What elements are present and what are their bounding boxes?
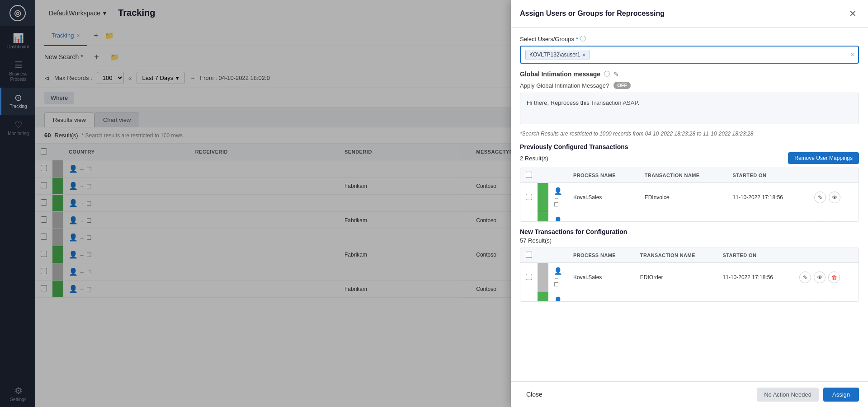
prev-row-process: Kovai.Sales — [568, 183, 639, 212]
prev-table-row: 👤 → ☐ Kovai.Sales EDIOrder 11-10-2022 17… — [520, 212, 859, 222]
prev-row-user: 👤 → ☐ — [548, 183, 568, 212]
new-row-actions: ✎ 👁 🗑 — [794, 292, 859, 302]
edit-icon[interactable]: ✎ — [799, 301, 811, 302]
new-results-count-row: 57 Result(s) — [520, 237, 859, 244]
assign-button[interactable]: Assign — [823, 388, 859, 402]
prev-count: 2 Result(s) — [520, 155, 548, 162]
modal-header: Assign Users or Groups for Reprocessing … — [511, 0, 868, 28]
new-col-actions — [794, 248, 859, 263]
prev-row-actions: ✎ 👁 — [809, 212, 859, 222]
prev-row-process: Kovai.Sales — [568, 212, 639, 222]
footer-right-actions: No Action Needed Assign — [757, 388, 859, 402]
new-row-process: Kovai.Sales — [568, 263, 635, 292]
view-icon[interactable]: 👁 — [829, 192, 840, 203]
prev-col-process: PROCESS NAME — [568, 168, 639, 183]
prev-col-indicator — [538, 168, 548, 183]
new-col-indicator — [538, 248, 548, 263]
prev-row-transaction: EDIOrder — [639, 212, 727, 222]
view-icon[interactable]: 👁 — [814, 271, 826, 283]
prev-row-checkbox[interactable] — [526, 194, 532, 200]
prev-section-title: Previously Configured Transactions — [520, 143, 859, 150]
new-transactions-section: New Transactions for Configuration 57 Re… — [520, 228, 859, 302]
new-row-user: 👤 → ☐ — [548, 292, 568, 302]
apply-label: Apply Global Intimation Message? — [520, 82, 609, 89]
tag-remove-icon[interactable]: × — [582, 51, 586, 58]
intimation-info-icon: ⓘ — [604, 70, 610, 78]
required-marker: * — [576, 36, 578, 42]
new-row-checkbox-cell — [520, 263, 538, 292]
intimation-row: Global Intimation message ⓘ ✎ — [520, 70, 859, 78]
new-row-process: Kovai.Sales — [568, 292, 635, 302]
footer-close-button[interactable]: Close — [520, 387, 549, 402]
new-table-row: 👤 → ☐ Kovai.Sales EDIOrder 11-10-2022 17… — [520, 263, 859, 292]
view-icon[interactable]: 👁 — [829, 221, 840, 222]
new-transactions-table: PROCESS NAME TRANSACTION NAME STARTED ON… — [520, 248, 859, 302]
new-row-indicator — [538, 263, 548, 292]
new-table-row: 👤 → ☐ Kovai.Sales EDInvoice 11-10-2022 1… — [520, 292, 859, 302]
new-col-user — [548, 248, 568, 263]
new-col-checkbox — [520, 248, 538, 263]
prev-row-checkbox-cell — [520, 183, 538, 212]
edit-icon[interactable]: ✎ — [799, 271, 811, 283]
modal-body: Select Users/Groups* ⓘ KOVLTP132\asuser1… — [511, 28, 868, 381]
prev-col-actions — [809, 168, 859, 183]
user-select-box[interactable]: KOVLTP132\asuser1 × × — [520, 46, 859, 64]
prev-row-indicator — [538, 183, 548, 212]
prev-transactions-table: PROCESS NAME TRANSACTION NAME STARTED ON… — [520, 168, 859, 222]
prev-row-actions: ✎ 👁 — [809, 183, 859, 212]
new-table-wrapper: PROCESS NAME TRANSACTION NAME STARTED ON… — [520, 248, 859, 302]
global-intimation-section: Global Intimation message ⓘ ✎ Apply Glob… — [520, 70, 859, 124]
user-tag-text: KOVLTP132\asuser1 — [529, 51, 580, 58]
view-icon[interactable]: 👁 — [814, 301, 826, 302]
new-section-title: New Transactions for Configuration — [520, 228, 859, 235]
prev-col-transaction: TRANSACTION NAME — [639, 168, 727, 183]
prev-row-checkbox-cell — [520, 212, 538, 222]
prev-row-user: 👤 → ☐ — [548, 212, 568, 222]
new-row-started: 11-10-2022 17:18:56 — [717, 263, 794, 292]
apply-intimation-row: Apply Global Intimation Message? OFF — [520, 82, 859, 89]
modal-footer: Close No Action Needed Assign — [511, 381, 868, 407]
new-row-transaction: EDInvoice — [635, 292, 717, 302]
new-select-all[interactable] — [526, 252, 532, 258]
delete-icon[interactable]: 🗑 — [828, 271, 840, 283]
info-icon: ⓘ — [580, 35, 586, 43]
modal-close-button[interactable]: ✕ — [846, 7, 859, 20]
apply-toggle-off[interactable]: OFF — [613, 82, 631, 89]
no-action-button[interactable]: No Action Needed — [757, 388, 819, 402]
intimation-edit-icon[interactable]: ✎ — [613, 70, 619, 78]
new-row-checkbox[interactable] — [526, 274, 532, 280]
prev-transactions-section: Previously Configured Transactions 2 Res… — [520, 143, 859, 222]
prev-row-indicator — [538, 212, 548, 222]
remove-user-mappings-button[interactable]: Remove User Mappings — [788, 152, 859, 164]
prev-row-transaction: EDInvoice — [639, 183, 727, 212]
new-col-started: STARTED ON — [717, 248, 794, 263]
intimation-message-box: Hi there, Reprocess this Transaction ASA… — [520, 93, 859, 124]
user-tag: KOVLTP132\asuser1 × — [525, 50, 590, 60]
edit-icon[interactable]: ✎ — [814, 221, 826, 222]
prev-results-count-row: 2 Result(s) Remove User Mappings — [520, 152, 859, 164]
new-row-transaction: EDIOrder — [635, 263, 717, 292]
edit-icon[interactable]: ✎ — [814, 192, 826, 203]
new-row-started: 11-10-2022 17:18:56 — [717, 292, 794, 302]
new-col-transaction: TRANSACTION NAME — [635, 248, 717, 263]
new-col-process: PROCESS NAME — [568, 248, 635, 263]
clear-all-icon[interactable]: × — [850, 51, 854, 59]
prev-row-started: 11-10-2022 17:18:56 — [727, 183, 809, 212]
restriction-note: *Search Results are restricted to 1000 r… — [520, 131, 859, 137]
prev-col-started: STARTED ON — [727, 168, 809, 183]
intimation-label: Global Intimation message — [520, 70, 600, 78]
prev-select-all[interactable] — [526, 172, 532, 178]
prev-col-checkbox — [520, 168, 538, 183]
modal-title: Assign Users or Groups for Reprocessing — [520, 9, 665, 18]
new-row-indicator — [538, 292, 548, 302]
prev-col-user — [548, 168, 568, 183]
prev-row-started: 11-10-2022 17:18:56 — [727, 212, 809, 222]
new-row-user: 👤 → ☐ — [548, 263, 568, 292]
modal-panel: Assign Users or Groups for Reprocessing … — [511, 0, 868, 407]
prev-table-wrapper: PROCESS NAME TRANSACTION NAME STARTED ON… — [520, 168, 859, 222]
delete-icon[interactable]: 🗑 — [828, 301, 840, 302]
new-row-actions: ✎ 👁 🗑 — [794, 263, 859, 292]
new-count: 57 Result(s) — [520, 237, 552, 244]
user-search-input[interactable] — [592, 51, 854, 58]
new-row-checkbox-cell — [520, 292, 538, 302]
